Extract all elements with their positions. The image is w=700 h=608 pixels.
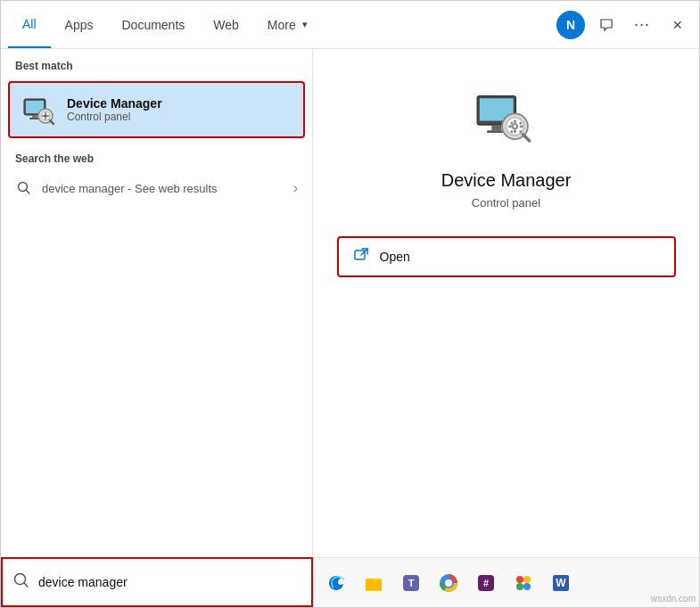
- search-icon: [15, 179, 33, 197]
- teams-icon[interactable]: T: [395, 567, 427, 599]
- svg-rect-25: [519, 125, 523, 127]
- svg-point-47: [523, 583, 531, 590]
- chevron-right-icon: ›: [293, 180, 298, 196]
- open-icon: [353, 247, 369, 267]
- close-icon[interactable]: ✕: [663, 11, 692, 39]
- best-match-text: Device Manager Control panel: [67, 96, 292, 123]
- tab-more[interactable]: More ▾: [253, 1, 322, 48]
- device-manager-icon-large: [471, 85, 542, 156]
- nav-tabs-right: N ··· ✕: [556, 11, 692, 39]
- svg-point-45: [523, 576, 531, 583]
- open-button[interactable]: Open: [337, 236, 676, 277]
- best-match-subtitle: Control panel: [67, 111, 292, 123]
- svg-rect-36: [366, 580, 382, 590]
- device-manager-icon-small: [21, 92, 56, 127]
- tab-documents[interactable]: Documents: [107, 1, 199, 48]
- detail-title: Device Manager: [441, 170, 572, 191]
- edge-icon[interactable]: [320, 567, 352, 599]
- web-section-label: Search the web: [1, 142, 312, 170]
- watermark: wsxdn.com: [651, 594, 696, 604]
- google-photos-icon[interactable]: [507, 567, 539, 599]
- tab-all[interactable]: All: [8, 1, 51, 48]
- open-label: Open: [380, 250, 410, 264]
- left-panel: Best match: [1, 49, 313, 607]
- feedback-icon[interactable]: [592, 11, 621, 39]
- svg-text:W: W: [556, 577, 566, 589]
- svg-point-46: [516, 583, 523, 590]
- chrome-icon[interactable]: [432, 567, 465, 599]
- detail-subtitle: Control panel: [472, 196, 540, 210]
- web-search-text: device manager - See web results: [42, 182, 218, 195]
- slack-icon[interactable]: #: [470, 567, 502, 599]
- svg-rect-2: [32, 115, 37, 118]
- best-match-label: Best match: [1, 49, 312, 78]
- search-window: All Apps Documents Web More ▾ N: [0, 0, 700, 608]
- svg-line-11: [50, 120, 54, 124]
- svg-line-30: [523, 135, 529, 141]
- svg-point-44: [516, 576, 523, 583]
- svg-rect-23: [514, 129, 516, 133]
- svg-point-41: [446, 580, 451, 586]
- svg-rect-31: [355, 251, 365, 259]
- chevron-down-icon: ▾: [302, 19, 308, 30]
- svg-text:T: T: [408, 578, 415, 588]
- svg-rect-24: [508, 125, 512, 127]
- best-match-item[interactable]: Device Manager Control panel: [8, 81, 305, 138]
- svg-rect-22: [514, 120, 516, 124]
- nav-tabs-left: All Apps Documents Web More ▾: [8, 1, 322, 48]
- avatar[interactable]: N: [556, 11, 585, 39]
- nav-tabs: All Apps Documents Web More ▾ N: [1, 1, 699, 49]
- svg-point-6: [44, 114, 47, 118]
- best-match-title: Device Manager: [67, 96, 292, 111]
- svg-text:#: #: [483, 578, 489, 588]
- svg-point-21: [513, 125, 516, 128]
- taskbar-right: T #: [313, 557, 699, 607]
- svg-line-34: [24, 583, 28, 587]
- search-bar: [1, 557, 313, 607]
- right-panel: Device Manager Control panel Open: [313, 49, 699, 607]
- main-content: Best match: [1, 49, 699, 607]
- search-bar-icon: [13, 572, 29, 592]
- svg-rect-16: [491, 125, 501, 130]
- tab-web[interactable]: Web: [199, 1, 253, 48]
- web-search-item[interactable]: device manager - See web results ›: [1, 170, 312, 206]
- more-options-icon[interactable]: ···: [628, 11, 656, 39]
- word-icon[interactable]: W: [545, 567, 577, 599]
- svg-line-13: [27, 191, 30, 194]
- search-input[interactable]: [38, 575, 301, 589]
- file-explorer-icon[interactable]: [358, 567, 390, 599]
- tab-apps[interactable]: Apps: [51, 1, 108, 48]
